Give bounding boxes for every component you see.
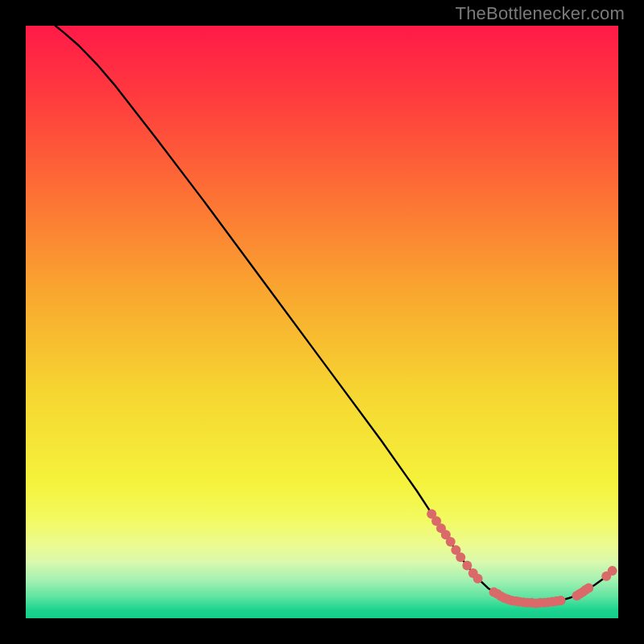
data-point — [608, 566, 617, 576]
gradient-background — [26, 26, 618, 618]
chart-frame: TheBottlenecker.com — [0, 0, 644, 644]
plot-area — [26, 26, 618, 618]
data-point — [446, 537, 456, 547]
data-point — [462, 561, 472, 571]
data-point — [456, 552, 465, 562]
bottleneck-curve-chart — [26, 26, 618, 618]
data-point — [473, 574, 483, 584]
watermark-text: TheBottlenecker.com — [456, 3, 625, 24]
data-point — [584, 583, 593, 592]
data-point — [556, 596, 566, 605]
